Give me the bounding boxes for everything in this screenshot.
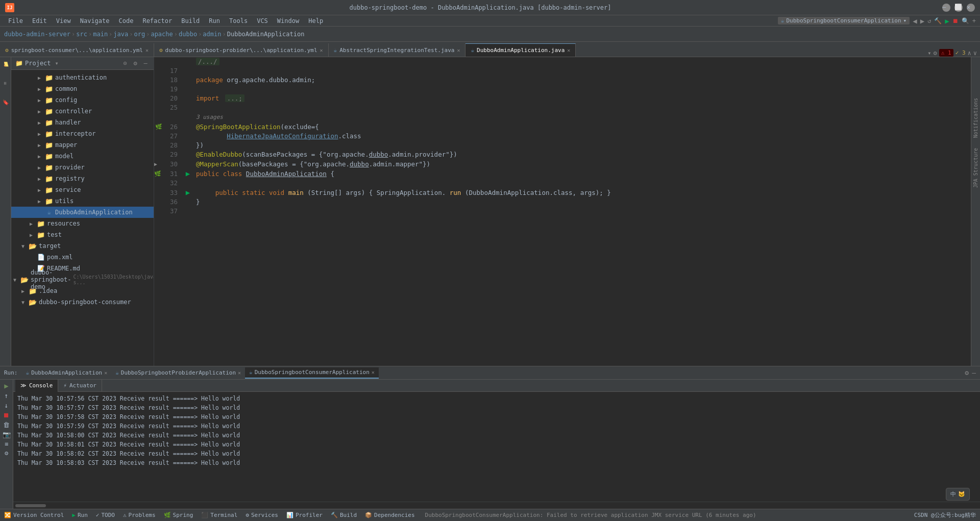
code-scroll-area[interactable]: /.../ 17 18 <box>154 57 971 366</box>
sidebar-ctrl-collapse[interactable]: — <box>141 59 150 67</box>
tab-settings[interactable]: ⚙ <box>934 49 937 57</box>
status-profiler[interactable]: 📊 Profiler <box>282 512 327 518</box>
menu-help[interactable]: Help <box>304 16 327 26</box>
status-spring[interactable]: 🌿 Spring <box>160 512 198 518</box>
toolbar-stop[interactable]: ⏹ <box>952 17 959 24</box>
run-green-btn[interactable]: ▶ <box>4 382 8 390</box>
status-build[interactable]: 🔨 Build <box>327 512 361 518</box>
breadcrumb-apache[interactable]: apache <box>151 31 173 38</box>
tree-provider[interactable]: ▶ 📁 provider <box>11 162 154 173</box>
run-triangle-31[interactable]: ▶ <box>186 169 190 178</box>
tab-collapse[interactable]: ∨ <box>973 49 977 57</box>
notifications-label[interactable]: Notifications <box>973 98 978 138</box>
menu-tools[interactable]: Tools <box>225 16 252 26</box>
menu-vcs[interactable]: VCS <box>253 16 272 26</box>
tab-close-2[interactable]: ✕ <box>320 47 323 53</box>
tree-handler[interactable]: ▶ 📁 handler <box>11 117 154 128</box>
menu-navigate[interactable]: Navigate <box>76 16 114 26</box>
sidebar-ctrl-settings[interactable]: ⚙ <box>131 59 139 67</box>
menu-view[interactable]: View <box>52 16 75 26</box>
tree-resources[interactable]: ▶ 📁 resources <box>11 218 154 229</box>
tree-consumer[interactable]: ▼ 📂 dubbo-springboot-consumer <box>11 296 154 308</box>
toolbar-back[interactable]: ◀ <box>913 17 917 25</box>
menu-refactor[interactable]: Refactor <box>138 16 176 26</box>
jpa-structure-label[interactable]: JPA Structure <box>973 148 978 188</box>
toolbar-build[interactable]: 🔨 <box>934 17 942 24</box>
breadcrumb-java[interactable]: java <box>113 31 128 38</box>
toolbar-forward[interactable]: ▶ <box>920 17 924 25</box>
tree-interceptor[interactable]: ▶ 📁 interceptor <box>11 128 154 139</box>
tree-config[interactable]: ▶ 📁 config <box>11 94 154 106</box>
status-services[interactable]: ⚙ Services <box>241 512 282 518</box>
clear-btn[interactable]: 🗑 <box>3 421 10 429</box>
tree-idea[interactable]: ▶ 📁 .idea <box>11 285 154 296</box>
tree-common[interactable]: ▶ 📁 common <box>11 83 154 94</box>
tree-controller[interactable]: ▶ 📁 controller <box>11 106 154 117</box>
tab-dubbo-admin-application[interactable]: ☕ DubboAdminApplication.java ✕ <box>465 43 576 57</box>
run-tab-close-3[interactable]: ✕ <box>372 369 375 375</box>
menu-window[interactable]: Window <box>273 16 303 26</box>
status-problems[interactable]: ⚠ Problems <box>119 512 160 518</box>
wrap-btn[interactable]: ≡ <box>5 440 8 448</box>
dubbo-link-1[interactable]: dubbo <box>369 151 388 158</box>
menu-code[interactable]: Code <box>115 16 138 26</box>
sidebar-dropdown-arrow[interactable]: ▾ <box>55 60 59 67</box>
run-tab-close-1[interactable]: ✕ <box>104 370 107 376</box>
tab-close[interactable]: ✕ <box>145 47 149 53</box>
ai-assistant-widget[interactable]: 中 🐱 <box>946 488 970 501</box>
menu-run[interactable]: Run <box>205 16 224 26</box>
toolbar-refresh[interactable]: ↺ <box>927 17 931 24</box>
tree-service[interactable]: ▶ 📁 service <box>11 184 154 195</box>
minimize-button[interactable]: — <box>942 4 950 12</box>
run-triangle-33[interactable]: ▶ <box>186 188 190 196</box>
tab-abstract-spring[interactable]: ☕ AbstractSpringIntegrationTest.java ✕ <box>329 43 466 57</box>
sidebar-toggle[interactable]: 📁 <box>3 62 9 67</box>
menu-build[interactable]: Build <box>177 16 204 26</box>
menu-edit[interactable]: Edit <box>28 16 51 26</box>
tab-close-3[interactable]: ✕ <box>457 47 460 53</box>
breadcrumb-admin[interactable]: admin <box>203 31 221 38</box>
bottom-settings-btn[interactable]: ⚙ <box>965 369 969 377</box>
toolbar-more[interactable]: + <box>972 17 976 24</box>
tab-close-4[interactable]: ✕ <box>567 47 570 53</box>
run-config-dropdown[interactable]: ☕ DubboSpringbootConsumerApplication ▾ <box>778 17 910 24</box>
tab-application-yml-provider[interactable]: ⚙ dubbo-springboot-probider\...\applicat… <box>154 43 329 57</box>
tree-dubbo-admin-application[interactable]: ☕ DubboAdminApplication <box>11 207 154 218</box>
close-button[interactable]: ✕ <box>967 4 975 12</box>
filter-btn[interactable]: ⚙ <box>5 450 8 457</box>
run-tab-consumer[interactable]: ☕ DubboSpringbootConsumerApplication ✕ <box>245 367 379 379</box>
tree-dubbo-springboot-demo[interactable]: ▼ 📂 dubbo-springboot-demo C:\Users\15031… <box>11 274 154 285</box>
tree-target[interactable]: ▼ 📂 target <box>11 240 154 252</box>
hibernate-link[interactable]: HibernateJpaAutoConfiguration <box>227 132 338 140</box>
class-name-link[interactable]: DubboAdminApplication <box>246 170 327 178</box>
tree-pom[interactable]: 📄 pom.xml <box>11 252 154 263</box>
console-output[interactable]: Thu Mar 30 10:57:56 CST 2023 Receive res… <box>13 392 980 502</box>
status-run[interactable]: ▶ Run <box>68 512 92 518</box>
status-right-text[interactable]: CSDN @公众号:bug精华 <box>910 511 980 519</box>
toolbar-run[interactable]: ▶ <box>945 17 949 25</box>
tab-dropdown[interactable]: ▾ <box>927 49 931 57</box>
menu-file[interactable]: File <box>4 16 27 26</box>
stop-red-btn[interactable]: ⏹ <box>3 411 10 419</box>
status-vcs[interactable]: 🔀 Version Control <box>0 512 68 518</box>
camera-btn[interactable]: 📷 <box>3 431 11 438</box>
breadcrumb-org[interactable]: org <box>134 31 145 38</box>
status-todo[interactable]: ✓ TODO <box>92 512 119 518</box>
tree-registry[interactable]: ▶ 📁 registry <box>11 173 154 184</box>
tree-authentication[interactable]: ▶ 📁 authentication <box>11 72 154 83</box>
dubbo-link-2[interactable]: dubbo <box>350 160 369 168</box>
tree-model[interactable]: ▶ 📁 model <box>11 151 154 162</box>
toolbar-search[interactable]: 🔍 <box>962 17 969 24</box>
subtab-actuator[interactable]: ⚡ Actuator <box>58 380 102 392</box>
structure-toggle[interactable]: ≡ <box>3 82 8 85</box>
status-dependencies[interactable]: 📦 Dependencies <box>361 512 419 518</box>
run-tab-admin[interactable]: ☕ DubboAdminApplication ✕ <box>22 367 112 379</box>
bookmarks-toggle[interactable]: 🔖 <box>3 99 8 105</box>
fold-icon-30[interactable]: ▶ <box>154 161 157 167</box>
run-tab-provider[interactable]: ☕ DubboSpringbootProbiderApplication ✕ <box>111 367 245 379</box>
breadcrumb-dubbo[interactable]: dubbo <box>179 31 197 38</box>
tree-test[interactable]: ▶ 📁 test <box>11 229 154 240</box>
breadcrumb-project[interactable]: dubbo-admin-server <box>4 31 70 38</box>
scroll-up-btn[interactable]: ↑ <box>5 392 9 400</box>
maximize-button[interactable]: ⬜ <box>954 4 963 12</box>
